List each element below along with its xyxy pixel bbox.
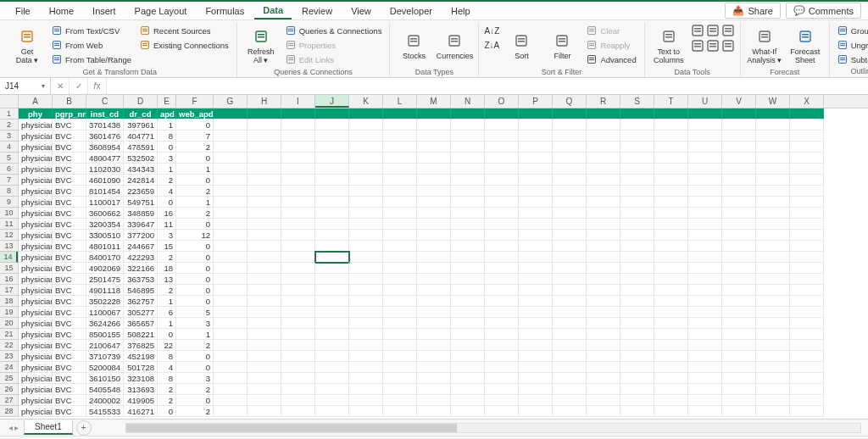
cell-K17[interactable] <box>349 285 383 296</box>
col-header-M[interactable]: M <box>417 95 451 108</box>
cell-C14[interactable]: 8400170 <box>86 252 124 263</box>
existing-connections-button[interactable]: Existing Connections <box>137 38 231 52</box>
cell-E7[interactable]: 2 <box>158 175 176 186</box>
cell-S23[interactable] <box>620 351 654 362</box>
col-header-L[interactable]: L <box>383 95 417 108</box>
row-header-4[interactable]: 4 <box>0 142 18 153</box>
cell-G13[interactable] <box>214 241 248 252</box>
cell-D18[interactable]: 362757 <box>124 296 158 307</box>
cell-D13[interactable]: 244667 <box>124 241 158 252</box>
cell-I2[interactable] <box>281 119 315 131</box>
cell-V19[interactable] <box>722 307 756 318</box>
cell-V20[interactable] <box>722 318 756 329</box>
cell-B8[interactable]: BVC <box>53 186 86 197</box>
cell-I15[interactable] <box>281 263 315 274</box>
col-header-R[interactable]: R <box>587 95 620 108</box>
cell-K19[interactable] <box>349 307 383 318</box>
cell-X14[interactable] <box>790 252 824 263</box>
cell-L17[interactable] <box>383 285 417 296</box>
col-header-N[interactable]: N <box>451 95 485 108</box>
cell-L1[interactable] <box>383 108 417 119</box>
cell-X17[interactable] <box>790 285 824 296</box>
cell-M14[interactable] <box>417 252 451 263</box>
sort-mini[interactable]: Z↓A <box>484 38 499 52</box>
cell-M19[interactable] <box>417 307 451 318</box>
cell-O27[interactable] <box>485 395 519 406</box>
cell-Q1[interactable] <box>553 108 587 119</box>
cell-P12[interactable] <box>519 230 553 241</box>
cell-G21[interactable] <box>214 329 248 340</box>
cell-P21[interactable] <box>519 329 553 340</box>
cell-D6[interactable]: 434343 <box>124 164 158 175</box>
cell-R28[interactable] <box>587 406 620 417</box>
cell-J15[interactable] <box>315 263 349 274</box>
cell-W13[interactable] <box>756 241 790 252</box>
cell-J9[interactable] <box>315 197 349 208</box>
cell-X23[interactable] <box>790 351 824 362</box>
cell-H3[interactable] <box>248 131 281 142</box>
cell-R19[interactable] <box>587 307 620 318</box>
cell-E28[interactable]: 0 <box>158 406 176 417</box>
row-header-27[interactable]: 27 <box>0 395 18 406</box>
cell-C20[interactable]: 3624266 <box>86 318 124 329</box>
cell-J19[interactable] <box>315 307 349 318</box>
cell-H18[interactable] <box>248 296 281 307</box>
cell-T26[interactable] <box>654 384 688 395</box>
cell-N7[interactable] <box>451 175 485 186</box>
cell-A22[interactable]: physicians <box>19 340 53 351</box>
forecast-sheet-button[interactable]: ForecastSheet <box>787 24 824 68</box>
from-table-range-button[interactable]: From Table/Range <box>49 53 134 66</box>
cell-R21[interactable] <box>587 329 620 340</box>
cell-D8[interactable]: 223659 <box>124 186 158 197</box>
cell-S7[interactable] <box>620 175 654 186</box>
cell-K4[interactable] <box>349 142 383 153</box>
cell-O16[interactable] <box>485 274 519 285</box>
cell-I14[interactable] <box>281 252 315 263</box>
cell-V9[interactable] <box>722 197 756 208</box>
cell-P22[interactable] <box>519 340 553 351</box>
cell-J14[interactable] <box>315 252 349 263</box>
cell-C9[interactable]: 1100017 <box>86 197 124 208</box>
cell-S16[interactable] <box>620 274 654 285</box>
cell-S19[interactable] <box>620 307 654 318</box>
cell-W18[interactable] <box>756 296 790 307</box>
cell-A14[interactable]: physicians <box>19 252 53 263</box>
cell-P5[interactable] <box>519 153 553 164</box>
cell-J20[interactable] <box>315 318 349 329</box>
cell-U12[interactable] <box>688 230 722 241</box>
cell-E22[interactable]: 22 <box>158 340 176 351</box>
cell-N2[interactable] <box>451 119 485 131</box>
cell-V27[interactable] <box>722 395 756 406</box>
cell-D9[interactable]: 549751 <box>124 197 158 208</box>
cell-T16[interactable] <box>654 274 688 285</box>
row-header-22[interactable]: 22 <box>0 340 18 351</box>
cell-V13[interactable] <box>722 241 756 252</box>
cell-J5[interactable] <box>315 153 349 164</box>
cell-P10[interactable] <box>519 208 553 219</box>
cell-P11[interactable] <box>519 219 553 230</box>
cell-N17[interactable] <box>451 285 485 296</box>
cell-E19[interactable]: 6 <box>158 307 176 318</box>
cell-I16[interactable] <box>281 274 315 285</box>
row-header-6[interactable]: 6 <box>0 164 18 175</box>
cell-I24[interactable] <box>281 362 315 373</box>
row-header-7[interactable]: 7 <box>0 175 18 186</box>
cell-U26[interactable] <box>688 384 722 395</box>
cell-R1[interactable] <box>587 108 620 119</box>
cell-L27[interactable] <box>383 395 417 406</box>
cell-T8[interactable] <box>654 186 688 197</box>
cell-T18[interactable] <box>654 296 688 307</box>
cell-I21[interactable] <box>281 329 315 340</box>
cell-M27[interactable] <box>417 395 451 406</box>
cell-P16[interactable] <box>519 274 553 285</box>
cell-U24[interactable] <box>688 362 722 373</box>
cell-T19[interactable] <box>654 307 688 318</box>
cell-I20[interactable] <box>281 318 315 329</box>
cell-A24[interactable]: physicians <box>19 362 53 373</box>
cell-X7[interactable] <box>790 175 824 186</box>
cell-A17[interactable]: physicians <box>19 285 53 296</box>
cell-V12[interactable] <box>722 230 756 241</box>
cell-W22[interactable] <box>756 340 790 351</box>
cell-N26[interactable] <box>451 384 485 395</box>
group--button[interactable]: Group ▾ <box>835 24 868 37</box>
